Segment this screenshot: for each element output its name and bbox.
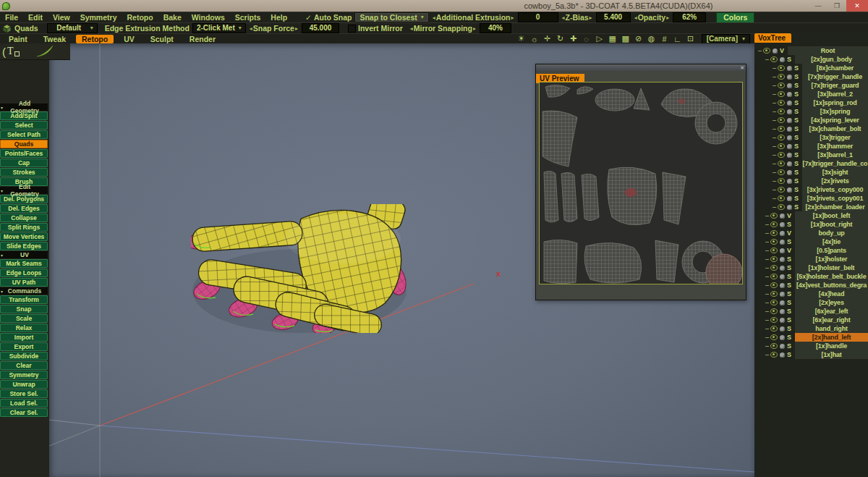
layer-dot-icon[interactable] [780, 292, 785, 297]
tool-button-strokes[interactable]: Strokes [0, 168, 48, 177]
layer-dot-icon[interactable] [780, 214, 785, 219]
layer-dot-icon[interactable] [780, 353, 785, 358]
layer-name-strip[interactable]: [1x]hat [795, 350, 868, 359]
menu-retopo[interactable]: Retopo [122, 13, 158, 22]
preset-dropdown[interactable]: Default ▾ [47, 23, 98, 33]
collapse-icon[interactable]: – [764, 238, 770, 245]
voxtree-row[interactable]: –S[2x]rivets [754, 177, 868, 185]
collapse-icon[interactable]: – [771, 169, 778, 176]
uv-preview-titlebar[interactable]: ✕ [536, 64, 746, 71]
visibility-eye-icon[interactable] [778, 74, 785, 80]
layer-dot-icon[interactable] [787, 66, 792, 71]
collapse-icon[interactable]: – [764, 299, 770, 306]
visibility-eye-icon[interactable] [778, 204, 785, 210]
menu-scripts[interactable]: Scripts [230, 13, 266, 22]
disable-icon[interactable]: ⊘ [634, 34, 644, 43]
maximize-button[interactable]: ❐ [827, 0, 846, 12]
layer-dot-icon[interactable] [787, 187, 792, 193]
visibility-eye-icon[interactable] [770, 343, 778, 349]
tool-button-symmetry[interactable]: Symmetry [0, 371, 48, 379]
collapse-icon[interactable]: – [764, 290, 770, 297]
layer-name-strip[interactable]: [7x]trigger_handle_co [802, 159, 868, 168]
collapse-icon[interactable]: – [771, 134, 778, 141]
visibility-eye-icon[interactable] [778, 65, 785, 71]
snap-mode-dropdown[interactable]: Snap to Closest ▾ [354, 12, 428, 22]
layer-dot-icon[interactable] [787, 109, 792, 114]
auto-snap-toggle[interactable]: ✓ Auto Snap [305, 13, 352, 22]
collapse-icon[interactable]: – [771, 82, 778, 89]
visibility-eye-icon[interactable] [778, 126, 785, 132]
visibility-eye-icon[interactable] [770, 334, 778, 340]
shading-icon[interactable]: ☼ [529, 35, 540, 43]
layer-dot-icon[interactable] [787, 144, 792, 149]
collapse-icon[interactable]: – [764, 342, 770, 350]
layer-name-strip[interactable]: [4x]head [795, 290, 868, 298]
tab-tweak[interactable]: Tweak [38, 35, 72, 43]
layer-dot-icon[interactable] [787, 127, 792, 132]
voxtree-row[interactable]: –S[3x]barrel_1 [754, 151, 868, 159]
section-header-add-geometry[interactable]: ▾Add Geometry [0, 104, 48, 111]
collapse-icon[interactable]: – [757, 47, 763, 54]
scrub-right-icon[interactable]: ▸ [295, 25, 298, 32]
collapse-icon[interactable]: – [764, 308, 770, 315]
visibility-eye-icon[interactable] [770, 248, 778, 253]
layer-dot-icon[interactable] [780, 283, 785, 288]
scrub-left-icon[interactable]: ◂ [562, 14, 565, 21]
layer-name-strip[interactable]: [4x]tie [795, 237, 868, 246]
scrub-left-icon[interactable]: ◂ [250, 25, 252, 32]
pick-color-icon[interactable]: ✛ [542, 34, 553, 43]
layer-dot-icon[interactable] [780, 335, 785, 340]
scrub-right-icon[interactable]: ▸ [473, 25, 476, 32]
visibility-eye-icon[interactable] [778, 117, 785, 123]
tool-button-snap[interactable]: Snap [0, 305, 48, 313]
layer-name-strip[interactable]: [4x]spring_lever [802, 116, 868, 124]
tool-button-clear-sel-[interactable]: Clear Sel. [0, 408, 48, 417]
collapse-icon[interactable]: – [764, 334, 770, 341]
rec-b-icon[interactable]: ▩ [621, 34, 631, 43]
viewport-3d[interactable]: x [49, 43, 754, 477]
voxtree-row[interactable]: –V[1x]boot_left [754, 211, 868, 220]
layer-dot-icon[interactable] [780, 309, 785, 314]
close-button[interactable]: ✕ [846, 0, 868, 12]
collapse-icon[interactable]: – [771, 143, 778, 150]
layer-name-strip[interactable]: [2x]eyes [795, 298, 868, 307]
layer-name-strip[interactable]: [7x]trigger_handle [802, 72, 868, 81]
tool-button-export[interactable]: Export [0, 342, 48, 351]
layer-name-strip[interactable]: [4x]vest_buttons_degra [795, 281, 868, 290]
layer-name-strip[interactable]: [3x]hammer [802, 142, 868, 151]
collapse-panel-icon[interactable]: ( [2, 46, 6, 58]
visibility-eye-icon[interactable] [770, 282, 778, 288]
voxtree-row[interactable]: –Vbody_up [754, 229, 868, 237]
collapse-icon[interactable]: – [764, 282, 770, 289]
visibility-eye-icon[interactable] [770, 300, 778, 305]
layer-name-strip[interactable]: [3x]barrel_1 [802, 151, 868, 159]
layer-name-strip[interactable]: [3x]trigger [802, 133, 868, 142]
layer-dot-icon[interactable] [787, 161, 792, 166]
layer-dot-icon[interactable] [787, 135, 792, 140]
collapse-icon[interactable]: – [771, 99, 778, 106]
collapse-icon[interactable]: – [764, 247, 770, 254]
tool-button-scale[interactable]: Scale [0, 314, 48, 323]
tool-button-collapse[interactable]: Collapse [0, 214, 48, 222]
voxtree-row[interactable]: –S[4x]tie [754, 237, 868, 246]
voxtree-row[interactable]: –S[2x]gun_body [754, 55, 868, 64]
voxtree-row[interactable]: –S[1x]hat [754, 350, 868, 359]
layer-dot-icon[interactable] [787, 118, 792, 123]
voxtree-row[interactable]: –S[3x]hammer [754, 142, 868, 151]
scrub-left-icon[interactable]: ◂ [433, 14, 435, 21]
layer-dot-icon[interactable] [773, 48, 778, 54]
voxtree-row[interactable]: –S[4x]vest_buttons_degra [754, 281, 868, 290]
brush-stroke-icon[interactable] [35, 45, 54, 58]
layer-name-strip[interactable]: [1x]holster_belt [795, 263, 868, 272]
fit-view-icon[interactable]: ⊡ [686, 34, 696, 43]
visibility-eye-icon[interactable] [770, 291, 778, 297]
collapse-icon[interactable]: – [771, 64, 778, 72]
layer-name-strip[interactable]: [1x]spring_rod [802, 98, 868, 107]
tab-retopo[interactable]: Retopo [76, 35, 114, 43]
voxtree-row[interactable]: –S[4x]head [754, 290, 868, 298]
menu-symmetry[interactable]: Symmetry [75, 13, 122, 22]
menu-edit[interactable]: Edit [23, 13, 48, 22]
tool-button-load-sel-[interactable]: Load Sel. [0, 399, 48, 408]
collapse-icon[interactable]: – [771, 177, 778, 185]
visibility-eye-icon[interactable] [770, 221, 778, 227]
